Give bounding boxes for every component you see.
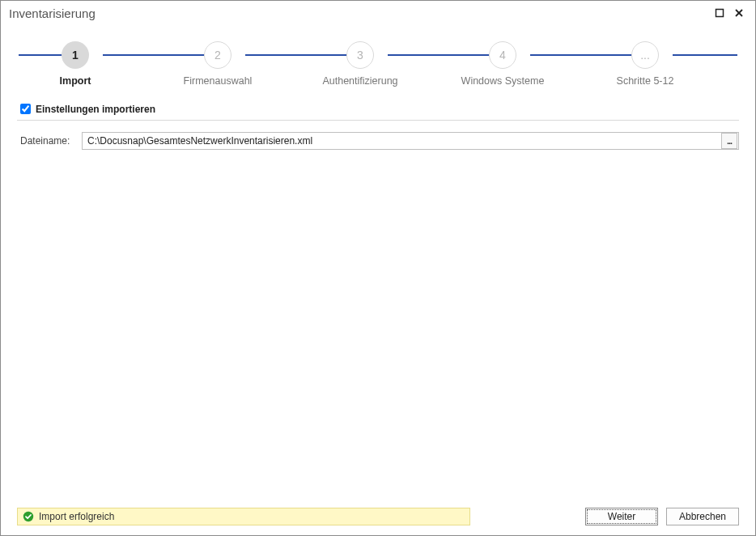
ellipsis-icon: ...: [727, 136, 732, 146]
browse-button[interactable]: ...: [721, 133, 737, 149]
step-4-label: Windows Systeme: [446, 75, 559, 87]
filename-row: Dateiname: ...: [17, 130, 739, 151]
next-button[interactable]: Weiter: [585, 508, 658, 525]
import-settings-checkbox[interactable]: [20, 104, 31, 114]
step-2[interactable]: 2: [204, 41, 231, 69]
success-icon: [23, 511, 34, 522]
svg-rect-0: [716, 10, 724, 17]
step-1[interactable]: 1: [62, 41, 89, 69]
import-settings-label: Einstellungen importieren: [36, 104, 155, 115]
step-1-label: Import: [19, 75, 132, 87]
step-3-label: Authentifizierung: [304, 75, 417, 87]
maximize-icon[interactable]: [711, 5, 728, 21]
status-text: Import erfolgreich: [39, 511, 114, 522]
step-2-label: Firmenauswahl: [161, 75, 274, 87]
filename-label: Dateiname:: [17, 135, 82, 147]
filename-field-wrap: ...: [82, 132, 739, 150]
step-4[interactable]: 4: [489, 41, 516, 69]
step-indicator: 1 2 3 4 ... Import Firmenauswahl Authent…: [1, 25, 755, 98]
wizard-window: Inventarisierung 1 2 3 4 ... Import Firm…: [0, 0, 756, 536]
section-header: Einstellungen importieren: [17, 101, 739, 121]
step-3[interactable]: 3: [346, 41, 374, 69]
close-icon[interactable]: [731, 5, 747, 21]
cancel-button[interactable]: Abbrechen: [666, 508, 739, 525]
status-bar: Import erfolgreich: [17, 508, 470, 525]
content-area: Einstellungen importieren Dateiname: ...: [1, 98, 755, 506]
filename-input[interactable]: [83, 135, 721, 147]
step-more-label: Schritte 5-12: [588, 75, 702, 87]
step-more[interactable]: ...: [631, 41, 659, 69]
window-title: Inventarisierung: [9, 6, 708, 20]
footer: Import erfolgreich Weiter Abbrechen: [1, 506, 755, 535]
titlebar: Inventarisierung: [1, 1, 755, 25]
